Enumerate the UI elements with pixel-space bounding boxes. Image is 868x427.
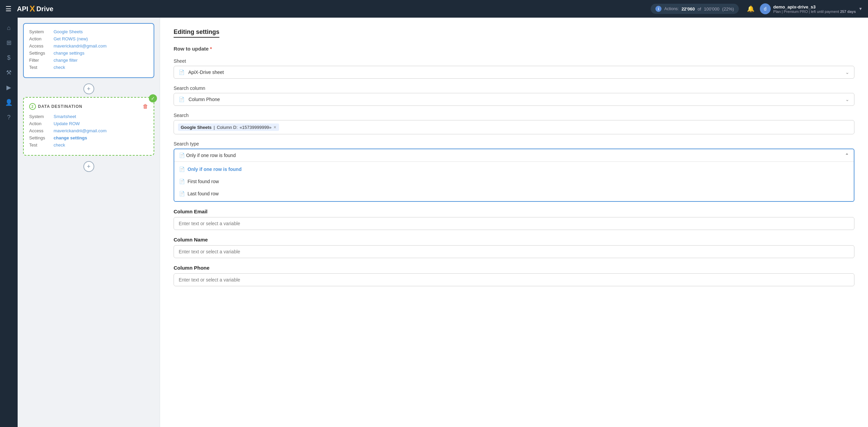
add-step-button-2[interactable]: + xyxy=(83,161,94,172)
row-to-update-section: Row to update * xyxy=(174,46,854,52)
sidebar-item-tools[interactable]: ⚒ xyxy=(3,66,15,79)
source-test-label: Test xyxy=(29,65,50,70)
dest-card-delete-icon[interactable]: 🗑 xyxy=(143,103,148,110)
avatar: d xyxy=(760,3,771,14)
tag-separator: | xyxy=(214,125,215,130)
column-phone-input[interactable] xyxy=(174,273,854,286)
actions-total: 100'000 xyxy=(704,6,719,12)
dest-settings-label: Settings xyxy=(29,135,50,140)
source-test-row: Test check xyxy=(29,65,148,70)
search-column-select[interactable]: 📄 Column Phone ⌄ xyxy=(174,93,854,106)
source-system-row: System Google Sheets xyxy=(29,29,148,34)
destination-card: ✓ 2 DATA DESTINATION 🗑 System Smartsheet… xyxy=(23,97,154,156)
actions-separator: of xyxy=(697,6,701,12)
sidebar-item-help[interactable]: ? xyxy=(3,111,15,123)
source-filter-value[interactable]: change filter xyxy=(54,58,78,63)
sheet-select[interactable]: 📄 ApiX-Drive sheet ⌄ xyxy=(174,66,854,79)
menu-icon[interactable]: ☰ xyxy=(5,5,12,13)
notification-bell[interactable]: 🔔 xyxy=(747,5,754,13)
topbar: ☰ APIXDrive i Actions: 22'060 of 100'000… xyxy=(0,0,868,18)
dest-test-value[interactable]: check xyxy=(54,142,65,148)
dropdown-label-2: First found row xyxy=(188,179,219,184)
column-name-section: Column Name xyxy=(174,237,854,258)
source-filter-label: Filter xyxy=(29,58,50,63)
user-plan: Plan | Premium PRO | left until payment … xyxy=(773,9,856,14)
sidebar-item-home[interactable]: ⌂ xyxy=(3,22,15,34)
settings-title: Editing settings xyxy=(174,28,219,38)
dest-settings-row: Settings change settings xyxy=(29,135,148,140)
search-section: Search Google Sheets | Column D: «157399… xyxy=(174,113,854,134)
tag-close-icon[interactable]: × xyxy=(274,124,276,130)
source-access-row: Access maverickandrii@gmail.com xyxy=(29,43,148,48)
dropdown-doc-icon-1: 📄 xyxy=(179,167,185,172)
source-settings-label: Settings xyxy=(29,51,50,56)
sidebar-item-billing[interactable]: $ xyxy=(3,52,15,64)
column-name-label: Column Name xyxy=(174,237,854,242)
info-icon: i xyxy=(655,6,662,12)
sheet-label: Sheet xyxy=(174,58,854,64)
required-marker: * xyxy=(210,46,212,52)
logo-api: API xyxy=(17,5,28,13)
tag-column: Column D: xyxy=(217,125,237,130)
dropdown-item-last-row[interactable]: 📄 Last found row xyxy=(174,188,854,200)
dest-system-value[interactable]: Smartsheet xyxy=(54,114,76,119)
search-type-select[interactable]: 📄 Only if one row is found ⌃ 📄 Only if o… xyxy=(174,149,854,202)
source-access-value[interactable]: maverickandrii@gmail.com xyxy=(54,43,106,48)
dest-system-row: System Smartsheet xyxy=(29,114,148,119)
sheet-doc-icon: 📄 xyxy=(179,70,184,75)
search-column-section: Search column 📄 Column Phone ⌄ xyxy=(174,85,854,106)
search-col-chevron-icon: ⌄ xyxy=(845,97,849,102)
search-type-header[interactable]: 📄 Only if one row is found ⌃ xyxy=(174,149,854,161)
source-system-value[interactable]: Google Sheets xyxy=(54,29,83,34)
sidebar-item-workflow[interactable]: ⊞ xyxy=(3,37,15,49)
user-name: demo_apix-drive_s3 xyxy=(773,4,856,9)
sidebar-item-account[interactable]: 👤 xyxy=(3,96,15,109)
source-access-label: Access xyxy=(29,43,50,48)
source-action-label: Action xyxy=(29,36,50,41)
dest-access-value[interactable]: maverickandrii@gmail.com xyxy=(54,128,106,133)
logo-drive: Drive xyxy=(36,5,53,13)
sheet-section: Sheet 📄 ApiX-Drive sheet ⌄ xyxy=(174,58,854,79)
actions-count: 22'060 xyxy=(682,6,695,12)
search-type-selected: Only if one row is found xyxy=(186,153,236,158)
search-col-doc-icon: 📄 xyxy=(179,97,184,102)
source-settings-value[interactable]: change settings xyxy=(54,51,84,56)
user-chevron-icon[interactable]: ▼ xyxy=(859,6,863,11)
logo-x: X xyxy=(29,4,35,14)
user-menu[interactable]: d demo_apix-drive_s3 Plan | Premium PRO … xyxy=(760,3,863,14)
dest-system-label: System xyxy=(29,114,50,119)
tag-source: Google Sheets xyxy=(181,125,212,130)
app-logo: APIXDrive xyxy=(17,4,53,14)
card-checkmark-icon: ✓ xyxy=(149,94,157,102)
source-action-value[interactable]: Get ROWS (new) xyxy=(54,36,88,41)
dropdown-label-3: Last found row xyxy=(188,191,219,196)
search-type-section: Search type 📄 Only if one row is found ⌃… xyxy=(174,141,854,202)
search-label: Search xyxy=(174,113,854,118)
column-name-input[interactable] xyxy=(174,245,854,258)
search-type-chevron-icon: ⌃ xyxy=(845,153,849,158)
source-system-label: System xyxy=(29,29,50,34)
column-phone-section: Column Phone xyxy=(174,265,854,286)
dest-card-title: 2 DATA DESTINATION xyxy=(29,103,82,110)
dest-test-row: Test check xyxy=(29,142,148,148)
dest-action-value[interactable]: Update ROW xyxy=(54,121,80,126)
dropdown-doc-icon-3: 📄 xyxy=(179,191,185,196)
source-action-row: Action Get ROWS (new) xyxy=(29,36,148,41)
sidebar-item-video[interactable]: ▶ xyxy=(3,81,15,94)
dest-settings-value[interactable]: change settings xyxy=(54,135,87,140)
search-type-dropdown: 📄 Only if one row is found 📄 First found… xyxy=(174,161,854,201)
dropdown-item-first-row[interactable]: 📄 First found row xyxy=(174,175,854,188)
dropdown-item-only-one-row[interactable]: 📄 Only if one row is found xyxy=(174,163,854,175)
search-column-label: Search column xyxy=(174,85,854,91)
settings-panel: Editing settings Row to update * Sheet 📄… xyxy=(160,18,868,427)
column-phone-label: Column Phone xyxy=(174,265,854,271)
search-tag-input[interactable]: Google Sheets | Column D: «15739999999» … xyxy=(174,120,854,134)
source-test-value[interactable]: check xyxy=(54,65,65,70)
dest-action-row: Action Update ROW xyxy=(29,121,148,126)
add-step-button-1[interactable]: + xyxy=(83,83,94,94)
user-days: 257 days xyxy=(840,9,856,14)
column-email-input[interactable] xyxy=(174,217,854,230)
column-email-label: Column Email xyxy=(174,209,854,214)
column-email-section: Column Email xyxy=(174,209,854,230)
sheet-chevron-icon: ⌄ xyxy=(845,70,849,75)
